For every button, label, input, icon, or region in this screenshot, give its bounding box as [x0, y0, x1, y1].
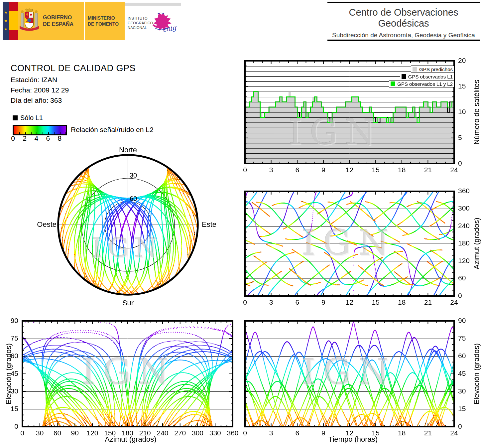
snr-colorbar-label: Relación señal/ruido en L2 — [71, 126, 154, 134]
colorbar-tick-label: 2 — [20, 134, 30, 142]
snr-colorbar — [13, 125, 67, 135]
skyplot-north-label: Norte — [115, 146, 141, 154]
star-icon: ★ — [4, 19, 8, 23]
satellite-count-y-axis-label: Número de satélites — [472, 59, 481, 165]
report-title: CONTROL DE CALIDAD GPS — [11, 63, 136, 74]
ign-watermark: IGN — [302, 352, 396, 392]
ministerio-label: MINISTERIO DE FOMENTO — [88, 15, 119, 27]
elevation-time-chart-canvas — [231, 314, 481, 444]
header-block: Centro de Observaciones Geodésicas Subdi… — [327, 2, 480, 41]
header-title: Centro de Observaciones Geodésicas — [327, 7, 480, 29]
report-station: Estación: IZAN — [11, 76, 57, 84]
solo-l1-swatch — [13, 115, 18, 120]
skyplot-south-label: Sur — [115, 299, 141, 307]
eu-stars-column: ★ ★ ★ — [3, 2, 9, 40]
header-subtitle: Subdirección de Astronomía, Geodesia y G… — [327, 32, 480, 39]
solo-l1-label: Sólo L1 — [20, 114, 43, 122]
legend-gps-observados-l1: GPS observados L1 — [400, 73, 454, 80]
star-icon: ★ — [4, 11, 8, 14]
gps-quality-report-page: { "logo_bar": { "gobierno": {"line1": "G… — [0, 0, 481, 448]
ign-watermark: IGN — [92, 233, 163, 263]
skyplot-ring-30-label: 30 — [130, 172, 137, 179]
ign-watermark: IGN — [82, 352, 176, 392]
green-swatch-icon — [390, 81, 396, 86]
elevation-azimuth-chart-canvas — [0, 314, 239, 444]
skyplot-ring-60-label: 60 — [130, 195, 137, 203]
instituto-gray-bar — [125, 3, 181, 6]
elevation-y-axis-label-left: Elevación (grados) — [4, 321, 13, 427]
spain-flag-column — [9, 2, 18, 40]
report-day-of-year: Día del año: 363 — [11, 96, 62, 104]
skyplot-east-label: Este — [202, 220, 216, 229]
skyplot-canvas — [50, 144, 208, 308]
azimuth-chart-canvas — [231, 185, 481, 311]
flag-red-band — [9, 30, 18, 40]
ministerio-logo-box: MINISTERIO DE FOMENTO — [85, 2, 125, 40]
ign-watermark: IGN — [289, 112, 383, 153]
report-date: Fecha: 2009 12 29 — [11, 86, 69, 94]
gray-swatch-icon — [412, 67, 418, 72]
flag-yellow-band — [9, 11, 18, 31]
gobierno-label: GOBIERNO DE ESPAÑA — [43, 14, 73, 28]
time-x-axis-label: Tiempo (horas) — [300, 435, 406, 444]
legend-gps-predichos: GPS predichos — [411, 66, 454, 73]
legend-label: GPS observados L1 — [408, 74, 453, 79]
legend-label: GPS observados L1 y L2 — [397, 81, 453, 87]
legend-gps-observados-l1-l2: GPS observados L1 y L2 — [389, 80, 454, 87]
azimuth-y-axis-label: Azimut (grados) — [472, 190, 481, 297]
gobierno-logo-box: GOBIERNO DE ESPAÑA — [18, 2, 84, 40]
flag-red-band — [9, 2, 18, 11]
legend-label: GPS predichos — [419, 67, 453, 72]
colorbar-tick-label: 6 — [43, 134, 53, 142]
colorbar-tick-label: 8 — [55, 134, 64, 142]
black-swatch-icon — [401, 74, 407, 79]
star-icon: ★ — [4, 27, 8, 31]
skyplot-west-label: Oeste — [33, 220, 57, 229]
ign-watermark: IGN — [302, 223, 396, 263]
colorbar-tick-label: 0 — [8, 134, 18, 142]
azimuth-x-axis-label: Azimut (grados) — [77, 435, 184, 444]
elevation-y-axis-label-right: Elevación (grados) — [472, 321, 481, 427]
colorbar-tick-label: 4 — [31, 134, 41, 142]
coat-of-arms — [18, 7, 40, 35]
